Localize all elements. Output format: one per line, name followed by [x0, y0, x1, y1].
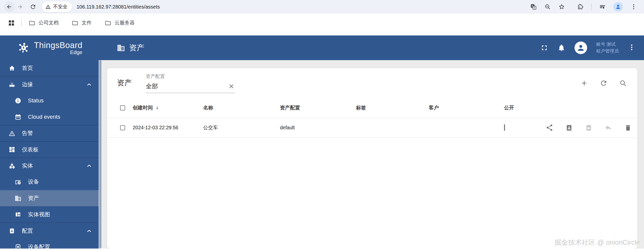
add-asset-button[interactable] — [580, 79, 588, 87]
sidebar-scrollbar-thumb[interactable] — [99, 60, 101, 248]
filter-select[interactable]: 全部 — [146, 81, 235, 93]
sidebar-item-label: 实体 — [22, 162, 33, 170]
sidebar-item-alarms[interactable]: 告警 — [0, 125, 99, 141]
public-checkbox[interactable] — [504, 124, 505, 131]
column-header-created-time[interactable]: 创建时间 — [133, 104, 203, 111]
bookmark-label: 公司文档 — [39, 19, 59, 26]
table-row[interactable]: 2024-12-03 22:29:56 公交车 default — [107, 118, 637, 138]
sidebar-item-label: 告警 — [22, 130, 33, 137]
zoom-out-icon[interactable] — [544, 4, 551, 10]
filter-value: 全部 — [146, 82, 158, 90]
close-icon — [228, 83, 235, 90]
browser-menu-kebab-icon[interactable] — [630, 4, 637, 10]
browser-reload-button[interactable] — [28, 2, 38, 12]
clear-filter-button[interactable] — [228, 83, 235, 90]
sidebar-item-home[interactable]: 首页 — [0, 60, 99, 76]
folder-icon — [72, 20, 78, 26]
column-header-label[interactable]: 标签 — [356, 104, 429, 111]
search-button[interactable] — [619, 79, 627, 87]
translate-icon[interactable]: G文 — [530, 4, 537, 10]
back-icon — [6, 4, 13, 10]
row-checkbox[interactable] — [120, 125, 125, 130]
media-controls-icon[interactable] — [599, 4, 606, 10]
security-chip[interactable]: 不安全 — [42, 2, 72, 12]
filter-label: 资产配置 — [146, 73, 235, 80]
apps-grid-icon[interactable] — [8, 19, 15, 27]
share-button[interactable] — [546, 124, 553, 132]
toolbar-separator — [591, 4, 592, 10]
browser-back-button[interactable] — [4, 2, 15, 12]
asset-profile-filter[interactable]: 资产配置 全部 — [146, 73, 235, 93]
sidebar-item-assets[interactable]: 资产 — [0, 190, 99, 206]
sidebar-item-cloud-events[interactable]: Cloud events — [0, 109, 99, 125]
bookmark-folder-files[interactable]: 文件 — [72, 19, 92, 26]
person-icon — [615, 4, 621, 10]
bookmark-folder-cloud-servers[interactable]: 云服务器 — [105, 19, 135, 26]
app-body: 首页 边缘 Status Cloud events 告警 仪表板 — [0, 60, 644, 248]
brand-edition: Edge — [34, 49, 83, 55]
address-bar[interactable]: 不安全 106.119.162.97:28081/entities/assets — [42, 2, 530, 12]
security-chip-label: 不安全 — [53, 4, 67, 10]
brand-name: ThingsBoard — [34, 40, 83, 50]
sidebar-item-entity-views[interactable]: 实体视图 — [0, 206, 99, 223]
unassign-reply-button — [604, 124, 612, 132]
sidebar-item-entities[interactable]: 实体 — [0, 158, 99, 174]
select-all-checkbox[interactable] — [120, 105, 125, 110]
bookmarks-bar: 公司文档 文件 云服务器 — [0, 14, 644, 32]
sidebar-item-label: Cloud events — [28, 114, 60, 120]
column-label: 创建时间 — [133, 104, 153, 111]
column-header-customer[interactable]: 客户 — [429, 104, 504, 111]
browser-profile-avatar[interactable] — [613, 2, 623, 12]
refresh-button[interactable] — [600, 79, 607, 87]
column-header-name[interactable]: 名称 — [203, 104, 280, 111]
calendar-icon — [15, 114, 21, 120]
dashboard-icon — [9, 146, 15, 153]
extensions-icon[interactable] — [577, 4, 584, 10]
sidebar-item-dashboards[interactable]: 仪表板 — [0, 141, 99, 158]
bookmark-star-icon[interactable] — [558, 4, 565, 10]
watermark: 掘金技术社区 @ onionCircle — [555, 238, 640, 247]
thingsboard-logo-icon — [16, 40, 31, 55]
column-header-public[interactable]: 公开 — [504, 104, 546, 111]
person-icon — [577, 44, 585, 52]
sidebar-item-label: 设备 — [28, 178, 39, 186]
sidebar: 首页 边缘 Status Cloud events 告警 仪表板 — [0, 60, 99, 248]
make-private-button — [585, 124, 593, 132]
page-title-wrap: 资产 — [117, 43, 144, 53]
svg-text:文: 文 — [533, 6, 536, 9]
row-actions — [546, 124, 637, 132]
sidebar-item-devices[interactable]: 设备 — [0, 174, 99, 190]
sidebar-item-label: 实体视图 — [28, 211, 50, 218]
assign-to-customer-button[interactable] — [565, 124, 573, 132]
bookmark-folder-company-docs[interactable]: 公司文档 — [29, 19, 59, 26]
sidebar-item-status[interactable]: Status — [0, 93, 99, 109]
user-avatar[interactable] — [575, 42, 587, 54]
account-info[interactable]: 账号 测试 租户管理员 — [596, 41, 619, 55]
delete-button[interactable] — [624, 124, 632, 132]
cell-created-time: 2024-12-03 22:29:56 — [133, 125, 203, 131]
brand-logo[interactable]: ThingsBoard Edge — [0, 40, 99, 55]
sidebar-item-profiles[interactable]: 配置 — [0, 223, 99, 239]
table-empty-space — [107, 138, 637, 248]
bookmarks-separator — [21, 19, 22, 27]
sidebar-item-edge[interactable]: 边缘 — [0, 76, 99, 93]
building-icon — [15, 195, 21, 202]
fullscreen-icon[interactable] — [540, 44, 548, 52]
page-title: 资产 — [129, 43, 144, 53]
badge-icon — [9, 227, 15, 234]
header-menu-kebab-icon[interactable] — [628, 44, 635, 52]
notifications-bell-icon[interactable] — [557, 44, 565, 52]
chevron-up-icon — [86, 163, 92, 169]
sidebar-item-label: 仪表板 — [22, 146, 39, 153]
warning-icon — [45, 4, 51, 10]
app-header: ThingsBoard Edge 资产 账号 测试 租户管理员 — [0, 35, 644, 60]
url-text[interactable]: 106.119.162.97:28081/entities/assets — [77, 4, 160, 10]
browser-toolbar: 不安全 106.119.162.97:28081/entities/assets… — [0, 0, 644, 14]
browser-forward-button[interactable] — [15, 2, 25, 12]
folder-icon — [105, 20, 111, 26]
column-header-asset-profile[interactable]: 资产配置 — [280, 104, 356, 111]
building-icon — [117, 44, 125, 52]
forward-icon — [17, 4, 23, 10]
device-profile-icon — [15, 243, 21, 248]
sidebar-item-device-profiles[interactable]: 设备配置 — [0, 239, 99, 248]
